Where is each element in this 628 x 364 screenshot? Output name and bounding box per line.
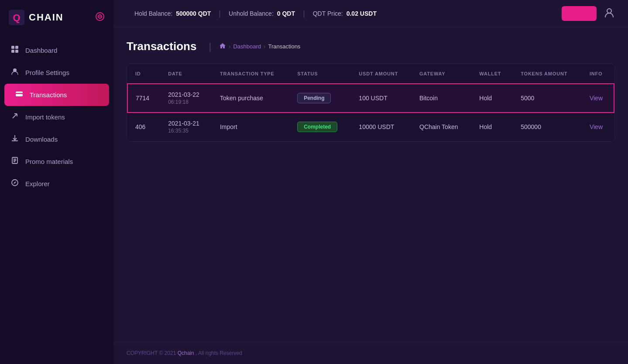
svg-text:Q: Q: [13, 12, 20, 23]
cell-tokens-0: 5000: [513, 84, 582, 112]
svg-rect-11: [16, 93, 23, 94]
breadcrumb-current: Transactions: [268, 43, 300, 50]
transactions-table: ID DATE TRANSACTION TYPE STATUS USDT AMO…: [127, 64, 614, 141]
view-link-0[interactable]: View: [590, 95, 603, 102]
svg-rect-7: [11, 50, 14, 53]
hold-balance-value: 500000 QDT: [176, 10, 211, 17]
cell-usdt-1: 10000 USDT: [351, 112, 412, 141]
unhold-balance-value: 0 QDT: [277, 10, 295, 17]
sidebar-item-import-tokens[interactable]: Import tokens: [0, 106, 113, 128]
arrow-up-right-icon: [10, 112, 19, 122]
footer-brand-link[interactable]: Qchain: [178, 350, 194, 356]
svg-point-15: [607, 9, 611, 13]
topbar-right: [562, 6, 615, 21]
topbar-action-button[interactable]: [562, 6, 597, 21]
svg-rect-8: [15, 50, 18, 53]
qdt-price: QDT Price: 0.02 USDT: [305, 7, 384, 20]
breadcrumb-dashboard-link[interactable]: Dashboard: [233, 43, 261, 50]
sidebar-item-explorer-label: Explorer: [25, 180, 50, 187]
footer: COPYRIGHT © 2021 Qchain , All rights Res…: [113, 342, 628, 364]
hold-balance-label: Hold Balance:: [134, 10, 172, 17]
col-status: STATUS: [289, 64, 351, 84]
cell-type-0: Token purchase: [212, 84, 289, 112]
svg-rect-5: [11, 46, 14, 49]
grid-icon: [10, 45, 19, 55]
transactions-table-container: ID DATE TRANSACTION TYPE STATUS USDT AMO…: [127, 64, 615, 142]
sidebar-item-downloads-label: Downloads: [25, 136, 58, 143]
hold-balance: Hold Balance: 500000 QDT: [127, 7, 219, 20]
logo-area: Q CHAIN: [0, 0, 113, 35]
sidebar-item-explorer[interactable]: Explorer: [0, 173, 113, 195]
target-icon: [95, 12, 105, 24]
col-info: INFO: [582, 64, 614, 84]
col-date: DATE: [160, 64, 212, 84]
sidebar-item-transactions-label: Transactions: [30, 91, 67, 99]
book-icon: [10, 156, 19, 167]
table-header: ID DATE TRANSACTION TYPE STATUS USDT AMO…: [127, 64, 614, 84]
sidebar-item-import-tokens-label: Import tokens: [25, 113, 65, 121]
col-wallet: WALLET: [471, 64, 513, 84]
table-row: 406 2021-03-2116:35:35 Import Completed …: [127, 112, 614, 141]
download-icon: [10, 134, 19, 144]
sidebar-item-profile-settings[interactable]: Profile Settings: [0, 61, 113, 84]
status-badge-1: Completed: [297, 122, 337, 132]
cell-type-1: Import: [212, 112, 289, 141]
col-usdt-amount: USDT AMOUNT: [351, 64, 412, 84]
user-profile-icon[interactable]: [604, 7, 615, 20]
page-content: Transactions | › Dashboard › Transaction…: [113, 27, 628, 342]
sidebar-item-profile-settings-label: Profile Settings: [25, 69, 69, 76]
nav-items: Dashboard Profile Settings Transactions: [0, 35, 113, 364]
cell-id-0: 7714: [127, 84, 160, 112]
col-id: ID: [127, 64, 160, 84]
table-row: 7714 2021-03-2206:19:18 Token purchase P…: [127, 84, 614, 112]
breadcrumb-sep-2: ›: [264, 43, 265, 50]
main-content: Hold Balance: 500000 QDT | Unhold Balanc…: [113, 0, 628, 364]
qdt-price-label: QDT Price:: [313, 10, 343, 17]
col-gateway: GATEWAY: [412, 64, 471, 84]
footer-copyright: COPYRIGHT © 2021: [127, 350, 176, 356]
cell-tokens-1: 500000: [513, 112, 582, 141]
cell-status-0: Pending: [289, 84, 351, 112]
status-badge-0: Pending: [297, 93, 331, 103]
svg-rect-6: [15, 46, 18, 49]
svg-point-4: [100, 16, 101, 17]
sidebar-item-dashboard[interactable]: Dashboard: [0, 39, 113, 61]
footer-rights: , All rights Reserved: [196, 350, 242, 356]
card-icon: [15, 90, 24, 100]
unhold-balance: Unhold Balance: 0 QDT: [221, 7, 303, 20]
unhold-balance-label: Unhold Balance:: [229, 10, 274, 17]
cell-wallet-0: Hold: [471, 84, 513, 112]
breadcrumb-sep-1: ›: [229, 43, 230, 50]
table-body: 7714 2021-03-2206:19:18 Token purchase P…: [127, 84, 614, 141]
sidebar-item-dashboard-label: Dashboard: [25, 47, 57, 54]
sidebar-item-transactions[interactable]: Transactions: [4, 84, 109, 106]
sidebar-item-promo-materials-label: Promo materials: [25, 158, 73, 165]
sidebar: Q CHAIN Dashboard: [0, 0, 113, 364]
view-link-1[interactable]: View: [590, 123, 603, 130]
cell-id-1: 406: [127, 112, 160, 141]
logo-icon: Q: [9, 10, 24, 25]
col-tokens-amount: TOKENS AMOUNT: [513, 64, 582, 84]
compass-icon: [10, 179, 19, 189]
user-icon: [10, 68, 19, 78]
cell-status-1: Completed: [289, 112, 351, 141]
cell-date-1: 2021-03-2116:35:35: [160, 112, 212, 141]
col-transaction-type: TRANSACTION TYPE: [212, 64, 289, 84]
breadcrumb: › Dashboard › Transactions: [219, 42, 300, 51]
home-icon[interactable]: [219, 42, 226, 51]
cell-usdt-0: 100 USDT: [351, 84, 412, 112]
sidebar-item-downloads[interactable]: Downloads: [0, 128, 113, 150]
qdt-price-value: 0.02 USDT: [347, 10, 377, 17]
cell-gateway-1: QChain Token: [412, 112, 471, 141]
cell-info-0: View: [582, 84, 614, 112]
cell-date-0: 2021-03-2206:19:18: [160, 84, 212, 112]
page-title: Transactions: [127, 40, 196, 53]
cell-wallet-1: Hold: [471, 112, 513, 141]
cell-gateway-0: Bitcoin: [412, 84, 471, 112]
logo-text: CHAIN: [29, 12, 64, 23]
topbar: Hold Balance: 500000 QDT | Unhold Balanc…: [113, 0, 628, 27]
page-header: Transactions | › Dashboard › Transaction…: [127, 40, 615, 53]
cell-info-1: View: [582, 112, 614, 141]
sidebar-item-promo-materials[interactable]: Promo materials: [0, 150, 113, 173]
svg-rect-12: [17, 95, 18, 95]
